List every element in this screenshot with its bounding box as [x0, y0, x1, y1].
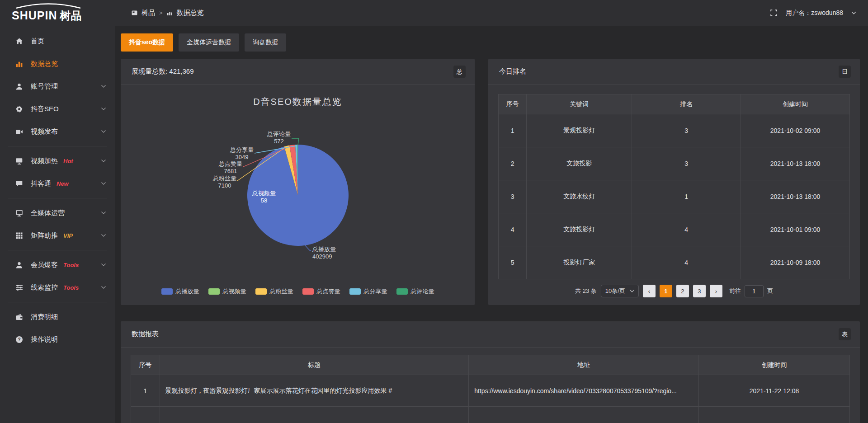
sidebar-item-clue-monitor[interactable]: 线索监控Tools	[0, 276, 115, 299]
sidebar-item-consumption-detail[interactable]: 消费明细	[0, 306, 115, 328]
day-badge[interactable]: 日	[839, 66, 851, 78]
chart-icon	[15, 60, 23, 68]
sidebar-item-media-ops[interactable]: 全媒体运营	[0, 202, 115, 224]
sidebar-divider	[8, 250, 107, 250]
legend-swatch	[161, 288, 173, 295]
question-icon: ?	[15, 336, 23, 343]
pie-label-likes: 总点赞量 7681	[210, 160, 251, 175]
tab-douyin-seo-data[interactable]: 抖音seo数据	[121, 33, 173, 52]
table-row: 2文旅投影32021-10-13 18:00	[499, 147, 850, 180]
chevron-down-icon	[101, 211, 106, 215]
column-header: 关键词	[527, 94, 632, 114]
keyword-cell: 文旅投影	[527, 147, 632, 180]
chevron-down-icon	[101, 159, 106, 163]
breadcrumb-item-root[interactable]: 树品	[142, 9, 155, 17]
sidebar-nav: 首页数据总览账号管理抖音SEO视频发布视频加热Hot抖客通New全媒体运营矩阵助…	[0, 26, 115, 423]
today-rank-table: 序号关键词排名创建时间1景观投影灯32021-10-02 09:002文旅投影3…	[498, 94, 850, 279]
report-panel: 数据报表 表 序号标题地址创建时间1景观投影灯，夜游景观投影灯厂家展示展示落花灯…	[121, 321, 860, 423]
pie-chart: D音SEO数据量总览 总评论量 572 总分享量 3049 总点赞量 76	[121, 85, 475, 305]
table-badge[interactable]: 表	[839, 328, 851, 340]
legend-item[interactable]: 总播放量	[161, 287, 199, 296]
impressions-total-label: 展现量总数: 421,369	[132, 67, 194, 76]
legend-item[interactable]: 总视频量	[208, 287, 246, 296]
today-rank-title: 今日排名	[499, 67, 526, 76]
logo-arc-decoration	[14, 3, 82, 9]
tab-inquiry-data[interactable]: 询盘数据	[245, 33, 286, 52]
next-page-button[interactable]: ›	[710, 285, 722, 297]
report-created-cell: 2021-11-22 12:08	[699, 375, 850, 407]
pie-label-comments: 总评论量 572	[259, 131, 299, 145]
top-header: SHUPIN 树品 树品 > 数据总览 用户名：zswodun88	[0, 0, 868, 26]
data-tabs: 抖音seo数据全媒体运营数据询盘数据	[121, 33, 860, 52]
sidebar-item-tag: Tools	[63, 262, 79, 268]
legend-item[interactable]: 总分享量	[349, 287, 387, 296]
rank-cell: 1	[632, 180, 741, 213]
keyword-cell: 文旅水纹灯	[527, 180, 632, 213]
sidebar-item-label: 全媒体运营	[31, 209, 65, 217]
pagination-total: 共 23 条	[575, 287, 597, 295]
report-title: 数据报表	[132, 330, 159, 338]
user-icon	[15, 261, 23, 269]
legend-item[interactable]: 总粉丝量	[255, 287, 293, 296]
created-time-cell: 2021-10-13 18:00	[741, 180, 850, 213]
page-button-2[interactable]: 2	[676, 285, 689, 297]
page-button-1[interactable]: 1	[660, 285, 672, 297]
goto-page-label: 前往	[729, 287, 741, 295]
screen-icon	[15, 157, 23, 165]
sidebar-item-account-manage[interactable]: 账号管理	[0, 75, 115, 98]
fullscreen-icon[interactable]	[770, 9, 778, 17]
rank-index-cell: 2	[499, 147, 527, 180]
sidebar-item-douketong[interactable]: 抖客通New	[0, 172, 115, 195]
column-header: 创建时间	[741, 94, 850, 114]
legend-item[interactable]: 总评论量	[396, 287, 434, 296]
rank-cell: 3	[632, 147, 741, 180]
rank-index-cell: 3	[499, 180, 527, 213]
chevron-down-icon	[101, 286, 106, 289]
legend-swatch	[302, 288, 314, 295]
report-title-cell: 景观投影灯，夜游景观投影灯厂家展示展示落花灯在花园里的灯光投影应用效果 #	[160, 375, 469, 407]
keyword-cell: 投影灯厂家	[527, 246, 632, 279]
sidebar-item-member-baoke[interactable]: 会员爆客Tools	[0, 254, 115, 276]
app-logo: SHUPIN 树品	[0, 3, 115, 23]
sidebar-item-tag: VIP	[63, 232, 73, 239]
table-row: 1景观投影灯32021-10-02 09:00	[499, 114, 850, 147]
page-size-select[interactable]: 10条/页	[601, 285, 639, 297]
sidebar-item-label: 线索监控	[31, 283, 58, 292]
column-header: 排名	[632, 94, 741, 114]
sidebar-item-douyin-seo[interactable]: 抖音SEO	[0, 98, 115, 120]
report-url-link[interactable]: https://www.iesdouyin.com/share/video/70…	[469, 375, 699, 407]
comment-icon	[15, 180, 23, 188]
prev-page-button[interactable]: ‹	[643, 285, 656, 297]
legend-item[interactable]: 总点赞量	[302, 287, 340, 296]
sidebar-item-home[interactable]: 首页	[0, 30, 115, 52]
page-button-3[interactable]: 3	[693, 285, 706, 297]
sidebar-item-tag: Hot	[63, 158, 73, 164]
breadcrumb-chart-icon	[167, 10, 173, 16]
sidebar-item-video-heat[interactable]: 视频加热Hot	[0, 150, 115, 172]
tab-media-ops-data[interactable]: 全媒体运营数据	[179, 33, 239, 52]
sidebar-item-data-overview[interactable]: 数据总览	[0, 52, 115, 75]
table-cell	[160, 407, 469, 423]
gear-icon	[15, 105, 23, 113]
legend-label: 总评论量	[411, 287, 434, 296]
legend-swatch	[396, 288, 408, 295]
username-label[interactable]: 用户名：zswodun88	[786, 9, 843, 17]
rank-index-cell: 5	[499, 246, 527, 279]
sidebar-item-operation-help[interactable]: ?操作说明	[0, 328, 115, 351]
sidebar-item-label: 账号管理	[31, 82, 58, 91]
goto-page-input[interactable]	[745, 285, 764, 297]
sidebar-item-matrix-boost[interactable]: 矩阵助推VIP	[0, 224, 115, 247]
pie-chart-canvas[interactable]	[121, 85, 475, 305]
sidebar-item-video-publish[interactable]: 视频发布	[0, 120, 115, 143]
user-dropdown-chevron-icon[interactable]	[851, 11, 856, 14]
report-table: 序号标题地址创建时间1景观投影灯，夜游景观投影灯厂家展示展示落花灯在花园里的灯光…	[131, 355, 850, 423]
main-content: 抖音seo数据全媒体运营数据询盘数据 展现量总数: 421,369 总 D音SE…	[115, 26, 868, 423]
rank-index-cell: 4	[499, 213, 527, 246]
breadcrumb-item-current: 数据总览	[177, 9, 204, 17]
pie-label-fans: 总粉丝量 7100	[204, 175, 245, 189]
today-rank-panel: 今日排名 日 序号关键词排名创建时间1景观投影灯32021-10-02 09:0…	[488, 59, 860, 305]
total-badge[interactable]: 总	[453, 66, 466, 78]
created-time-cell: 2021-10-09 18:00	[741, 246, 850, 279]
rank-index-cell: 1	[499, 114, 527, 147]
chevron-down-icon	[101, 107, 106, 111]
